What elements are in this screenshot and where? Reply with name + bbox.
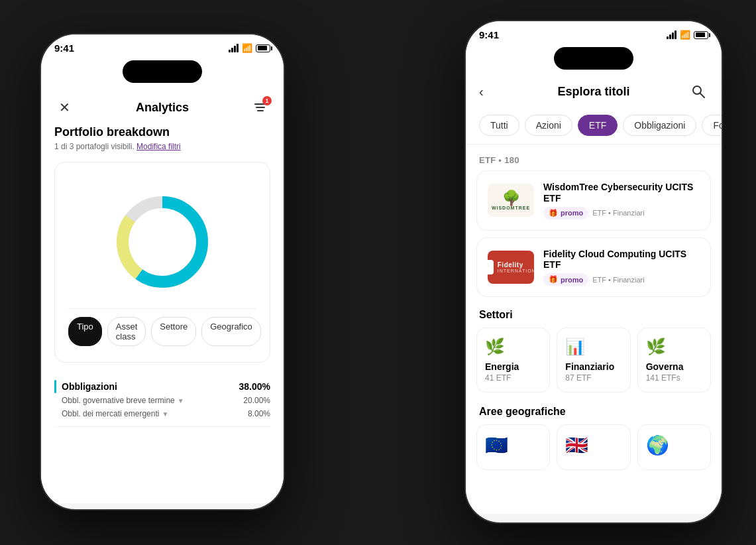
pill-etf[interactable]: ETF [578,115,618,136]
geo-gb[interactable]: 🇬🇧 [557,424,630,470]
chevron-down-icon-2: ▼ [162,410,168,418]
wifi-icon-right: 📶 [680,30,690,40]
obbl-gov-value: 20.00% [243,396,270,405]
dynamic-island-right [554,47,633,70]
status-icons-left: 📶 [229,43,270,53]
dynamic-island-left [123,60,202,83]
obbl-governative-row: Obbl. governative breve termine ▼ 20.00% [54,393,270,406]
wisdomtree-info: WisdomTree Cybersecurity UCITS ETF 🎁 pro… [543,182,700,219]
tab-tipo[interactable]: Tipo [68,317,102,346]
obbligazioni-value: 38.00% [239,381,270,392]
fidelity-info: Fidelity Cloud Computing UCITS ETF 🎁 pro… [543,249,700,286]
obbl-gov-label: Obbl. governative breve termine ▼ [62,396,184,405]
pill-obbligazioni[interactable]: Obbligazioni [623,115,696,136]
wisdomtree-logo: 🌳 WISDOMTREE [488,184,534,217]
close-button[interactable]: ✕ [54,97,74,117]
donut-wrapper [68,176,256,308]
status-time-right: 9:41 [479,29,499,40]
governa-icon: 🌿 [646,337,702,356]
fidelity-name: Fidelity Cloud Computing UCITS ETF [543,249,700,271]
geo-row: 🇪🇺 🇬🇧 🌍 [466,424,722,470]
geo-title: Aree geografiche [466,403,722,424]
portfolio-title: Portfolio breakdown [54,125,270,139]
explore-header: ‹ Esplora titoli [466,74,722,109]
energia-count: 41 ETF [485,373,541,383]
energia-icon: 🌿 [485,337,541,356]
gift-icon: 🎁 [549,209,558,217]
fidelity-logo: f Fidelity INTERNATIONAL [488,251,534,284]
portfolio-subtitle: 1 di 3 portafogli visibili. Modifica fil… [54,142,270,151]
explore-title: Esplora titoli [557,85,629,99]
sector-governa[interactable]: 🌿 Governa 141 ETFs [637,328,711,393]
signal-icon-right [667,30,676,39]
tab-settore[interactable]: Settore [151,317,196,346]
search-icon [692,85,705,98]
wisdomtree-text: WISDOMTREE [492,206,530,210]
sector-energia[interactable]: 🌿 Energia 41 ETF [476,328,550,393]
sectors-title: Settori [466,304,722,328]
wisdomtree-card[interactable]: 🌳 WISDOMTREE WisdomTree Cybersecurity UC… [476,170,711,231]
pill-azioni[interactable]: Azioni [525,115,572,136]
status-icons-right: 📶 [667,30,708,40]
screen-right: ‹ Esplora titoli Tutti Azioni ETF Obblig… [466,74,722,514]
wisdomtree-tree-icon: 🌳 [502,191,520,206]
governa-name: Governa [646,361,702,372]
svg-line-4 [700,93,704,97]
chart-card: Tipo Asset class Settore Geografico [54,162,270,363]
geo-world[interactable]: 🌍 [637,424,711,470]
modify-filters-link[interactable]: Modifica filtri [136,142,181,151]
obbl-emerg-label: Obbl. dei mercati emergenti ▼ [62,409,168,418]
back-button[interactable]: ‹ [479,84,499,99]
fidelity-meta: ETF • Finanziari [592,276,644,284]
governa-count: 141 ETFs [646,373,702,383]
world-flag-icon: 🌍 [646,434,669,456]
finanziario-icon: 📊 [565,337,621,356]
pill-tutti[interactable]: Tutti [479,115,519,136]
donut-chart [109,189,215,295]
gb-flag-icon: 🇬🇧 [565,434,588,456]
category-pills: Tutti Azioni ETF Obbligazioni Fondi com [466,109,722,145]
wisdomtree-promo: 🎁 promo [543,207,588,219]
finanziario-name: Finanziario [565,361,621,372]
wisdomtree-tags: 🎁 promo ETF • Finanziari [543,207,700,219]
breakdown-obbligazioni: Obbligazioni 38.00% Obbl. governative br… [54,373,270,427]
fidelity-logo-inner: f Fidelity INTERNATIONAL [488,256,534,278]
tab-geografico[interactable]: Geografico [201,317,261,346]
eu-flag-icon: 🇪🇺 [485,434,508,456]
breakdown-list: Obbligazioni 38.00% Obbl. governative br… [41,373,284,427]
geo-eu[interactable]: 🇪🇺 [476,424,550,470]
finanziario-count: 87 ETF [565,373,621,383]
fidelity-promo: 🎁 promo [543,273,588,286]
gift-icon-2: 🎁 [549,275,558,284]
analytics-header: ✕ Analytics 1 [41,87,284,125]
filter-badge: 1 [262,96,272,105]
search-button[interactable] [688,82,708,101]
sectors-row: 🌿 Energia 41 ETF 📊 Finanziario 87 ETF 🌿 … [466,328,722,393]
obbligazioni-label: Obbligazioni [54,380,117,393]
obbl-emergenti-row: Obbl. dei mercati emergenti ▼ 8.00% [54,406,270,420]
filter-button[interactable]: 1 [250,97,270,117]
portfolio-section: Portfolio breakdown 1 di 3 portafogli vi… [41,125,284,363]
energia-name: Energia [485,361,541,372]
chevron-down-icon: ▼ [178,397,184,404]
sector-finanziario[interactable]: 📊 Finanziario 87 ETF [557,328,630,393]
etf-section-header: ETF • 180 [466,145,722,170]
tab-asset-class[interactable]: Asset class [107,317,146,346]
battery-icon-right [694,31,708,39]
wisdomtree-meta: ETF • Finanziari [592,209,644,217]
status-time-left: 9:41 [54,42,74,54]
pill-fondi[interactable]: Fondi com [702,115,722,136]
right-phone: 9:41 📶 ‹ Esplora titoli [464,20,723,524]
obbl-emerg-value: 8.00% [248,409,270,418]
svg-point-3 [693,86,701,94]
signal-icon [229,44,239,52]
fidelity-tags: 🎁 promo ETF • Finanziari [543,273,700,286]
battery-icon [256,44,270,52]
wisdomtree-name: WisdomTree Cybersecurity UCITS ETF [543,182,700,204]
fidelity-text-block: Fidelity INTERNATIONAL [498,261,534,273]
fidelity-card[interactable]: f Fidelity INTERNATIONAL Fidelity Cloud … [476,237,711,298]
wifi-icon: 📶 [242,43,252,53]
analytics-title: Analytics [136,101,189,115]
filter-tabs: Tipo Asset class Settore Geografico [68,308,256,349]
screen-left: ✕ Analytics 1 Portfolio breakdown 1 di 3… [41,87,284,503]
